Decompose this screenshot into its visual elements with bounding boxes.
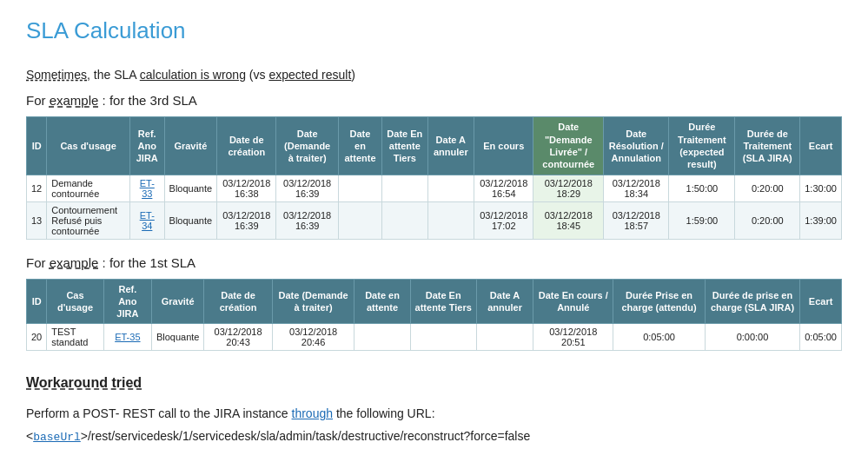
th1-date-annuler: Date A annuler: [427, 117, 474, 175]
th1-en-cours: En cours: [474, 117, 533, 175]
intro-expected: expected result: [268, 68, 351, 82]
th2-cas: Cas d'usage: [47, 279, 104, 324]
table-row: 13Contournement Refusé puis contournéeET…: [27, 201, 842, 239]
th2-id: ID: [27, 279, 47, 324]
th1-date-resolution: Date Résolution / Annulation: [604, 117, 669, 175]
th1-ref: Ref. Ano JIRA: [129, 117, 164, 175]
table1: ID Cas d'usage Ref. Ano JIRA Gravité Dat…: [26, 116, 842, 239]
th1-ecart: Ecart: [800, 117, 842, 175]
example1-label: For example : for the 3rd SLA: [26, 93, 842, 108]
th1-duree-traitement: Durée Traitement (expected result): [669, 117, 735, 175]
workaround-title: Workaround tried: [26, 375, 842, 391]
th2-gravite: Gravité: [151, 279, 204, 324]
workaround-content: Perform a POST- REST call to the JIRA in…: [26, 403, 842, 447]
th1-id: ID: [27, 117, 47, 175]
th2-date-annuler: Date A annuler: [476, 279, 533, 324]
th1-cas: Cas d'usage: [47, 117, 130, 175]
th2-date-attente-tiers: Date En attente Tiers: [410, 279, 476, 324]
table2-container: ID Cas d'usage Ref. Ano JIRA Gravité Dat…: [26, 279, 842, 352]
th2-date-demande: Date (Demande à traiter): [272, 279, 354, 324]
th1-date-demande: Date (Demande à traiter): [276, 117, 338, 175]
intro-sometimes: Sometimes: [26, 68, 87, 82]
workaround-through: through: [292, 406, 333, 420]
workaround-baseurl[interactable]: baseUrl: [33, 431, 81, 444]
example2-example-word: example: [50, 255, 99, 270]
th2-date-creation: Date de création: [204, 279, 272, 324]
example1-example-word: example: [50, 93, 99, 108]
th2-ecart: Ecart: [800, 279, 842, 324]
table-row: 20TEST standatdET-35Bloquante03/12/2018 …: [27, 324, 842, 351]
table-row: 12Demande contournéeET-33Bloquante03/12/…: [27, 175, 842, 201]
jira-ref-link[interactable]: ET-33: [140, 178, 155, 199]
jira-ref-link[interactable]: ET-34: [140, 210, 155, 231]
table2: ID Cas d'usage Ref. Ano JIRA Gravité Dat…: [26, 279, 842, 352]
intro-text: Sometimes, the SLA calculation is wrong …: [26, 65, 842, 84]
th2-ref: Ref. Ano JIRA: [103, 279, 151, 324]
th2-date-attente: Date en attente: [354, 279, 410, 324]
th1-date-creation: Date de création: [217, 117, 276, 175]
jira-ref-link[interactable]: ET-35: [115, 332, 140, 342]
intro-calculation: calculation is wrong: [140, 68, 246, 82]
th1-duree-sla: Durée de Traitement (SLA JIRA): [735, 117, 800, 175]
th1-gravite: Gravité: [164, 117, 217, 175]
workaround-line1: Perform a POST- REST call to the JIRA in…: [26, 403, 842, 425]
table1-container: ID Cas d'usage Ref. Ano JIRA Gravité Dat…: [26, 116, 842, 239]
th1-date-livree: Date "Demande Livrée" / contournée: [533, 117, 604, 175]
th2-duree-prise-sla: Durée de prise en charge (SLA JIRA): [705, 279, 799, 324]
th2-date-en-cours: Date En cours / Annulé: [533, 279, 613, 324]
example2-label: For example : for the 1st SLA: [26, 255, 842, 270]
th1-date-attente-tiers: Date En attente Tiers: [382, 117, 428, 175]
page-title: SLA Calculation: [26, 17, 842, 44]
th2-duree-prise-attendu: Durée Prise en charge (attendu): [613, 279, 706, 324]
workaround-url: <baseUrl>/rest/servicedesk/1/servicedesk…: [26, 426, 842, 447]
th1-date-attente: Date en attente: [338, 117, 381, 175]
